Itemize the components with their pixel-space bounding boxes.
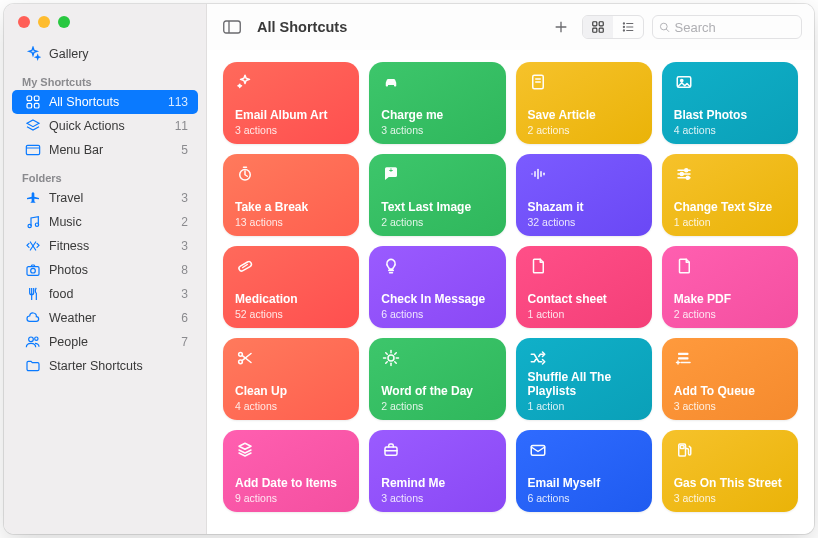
shortcut-tile-make-pdf[interactable]: Make PDF 2 actions xyxy=(662,246,798,328)
close-button[interactable] xyxy=(18,16,30,28)
list-view-button[interactable] xyxy=(613,16,643,38)
search-input[interactable] xyxy=(675,20,795,35)
sidebar-item-gallery[interactable]: Gallery xyxy=(12,42,198,66)
shortcut-tile-blast-photos[interactable]: Blast Photos 4 actions xyxy=(662,62,798,144)
sidebar-item-quick-actions[interactable]: Quick Actions 11 xyxy=(12,114,198,138)
shortcut-tile-take-a-break[interactable]: Take a Break 13 actions xyxy=(223,154,359,236)
shortcut-tile-email-album-art[interactable]: Email Album Art 3 actions xyxy=(223,62,359,144)
sidebar-item-menu-bar[interactable]: Menu Bar 5 xyxy=(12,138,198,162)
pill-icon xyxy=(235,256,255,276)
shortcut-tile-check-in-message[interactable]: Check In Message 6 actions xyxy=(369,246,505,328)
sidebar-item-label: Starter Shortcuts xyxy=(49,359,188,373)
sidebar-item-label: Weather xyxy=(49,311,181,325)
svg-rect-16 xyxy=(593,22,597,26)
shortcut-tile-remind-me[interactable]: Remind Me 3 actions xyxy=(369,430,505,512)
shortcut-tile-save-article[interactable]: Save Article 2 actions xyxy=(516,62,652,144)
svg-rect-3 xyxy=(34,103,39,108)
sidebar-item-label: Quick Actions xyxy=(49,119,175,133)
shortcut-tile-text-last-image[interactable]: + Text Last Image 2 actions xyxy=(369,154,505,236)
svg-point-24 xyxy=(623,30,624,31)
window-controls xyxy=(4,4,206,38)
shortcut-subtitle: 3 actions xyxy=(674,492,786,504)
shortcut-title: Charge me xyxy=(381,109,493,123)
sidebar-item-people[interactable]: People 7 xyxy=(12,330,198,354)
svg-point-11 xyxy=(35,337,38,340)
shortcut-subtitle: 1 action xyxy=(674,216,786,228)
shortcut-title: Check In Message xyxy=(381,293,493,307)
shortcut-title: Save Article xyxy=(528,109,640,123)
cloud-icon xyxy=(24,309,42,327)
shortcut-tile-contact-sheet[interactable]: Contact sheet 1 action xyxy=(516,246,652,328)
shortcut-tile-add-to-queue[interactable]: Add To Queue 3 actions xyxy=(662,338,798,420)
shortcut-tile-medication[interactable]: Medication 52 actions xyxy=(223,246,359,328)
sidebar-item-count: 113 xyxy=(168,95,188,109)
page-title: All Shortcuts xyxy=(257,19,540,35)
svg-line-60 xyxy=(395,353,397,355)
shortcut-tile-word-of-the-day[interactable]: Word of the Day 2 actions xyxy=(369,338,505,420)
shortcut-tile-email-myself[interactable]: Email Myself 6 actions xyxy=(516,430,652,512)
shortcut-title: Take a Break xyxy=(235,201,347,215)
svg-point-41 xyxy=(685,169,688,172)
svg-line-27 xyxy=(666,28,669,31)
svg-point-10 xyxy=(29,337,34,342)
sidebar-item-label: Photos xyxy=(49,263,181,277)
shortcut-tile-shuffle-all-the-playlists[interactable]: Shuffle All The Playlists 1 action xyxy=(516,338,652,420)
svg-point-26 xyxy=(660,23,667,30)
doc-icon xyxy=(674,256,694,276)
sidebar-item-travel[interactable]: Travel 3 xyxy=(12,186,198,210)
minimize-button[interactable] xyxy=(38,16,50,28)
svg-rect-69 xyxy=(680,446,684,449)
toggle-sidebar-button[interactable] xyxy=(219,16,245,38)
plane-icon xyxy=(24,189,42,207)
shuffle-icon xyxy=(528,348,548,368)
sidebar-item-label: Fitness xyxy=(49,239,181,253)
chat-icon: + xyxy=(381,164,401,184)
shortcut-tile-add-date-to-items[interactable]: Add Date to Items 9 actions xyxy=(223,430,359,512)
svg-rect-12 xyxy=(224,21,241,33)
sidebar-item-count: 11 xyxy=(175,119,188,133)
sidebar-item-weather[interactable]: Weather 6 xyxy=(12,306,198,330)
shortcut-tile-change-text-size[interactable]: Change Text Size 1 action xyxy=(662,154,798,236)
shortcut-subtitle: 52 actions xyxy=(235,308,347,320)
sidebar-item-fitness[interactable]: Fitness 3 xyxy=(12,234,198,258)
shortcut-title: Add To Queue xyxy=(674,385,786,399)
sidebar-item-music[interactable]: Music 2 xyxy=(12,210,198,234)
add-shortcut-button[interactable] xyxy=(548,16,574,38)
svg-point-6 xyxy=(28,224,31,227)
grid-icon xyxy=(24,93,42,111)
zoom-button[interactable] xyxy=(58,16,70,28)
timer-icon xyxy=(235,164,255,184)
sidebar-item-food[interactable]: food 3 xyxy=(12,282,198,306)
shortcut-title: Email Myself xyxy=(528,477,640,491)
svg-text:+: + xyxy=(389,167,393,174)
sidebar-item-starter-shortcuts[interactable]: Starter Shortcuts xyxy=(12,354,198,378)
sidebar-item-label: All Shortcuts xyxy=(49,95,168,109)
shortcut-title: Text Last Image xyxy=(381,201,493,215)
grid-view-button[interactable] xyxy=(583,16,613,38)
shortcut-tile-charge-me[interactable]: Charge me 3 actions xyxy=(369,62,505,144)
sound-icon xyxy=(528,164,548,184)
svg-point-32 xyxy=(680,79,682,81)
app-window: Gallery My Shortcuts All Shortcuts 113 Q… xyxy=(4,4,814,534)
section-header-my-shortcuts: My Shortcuts xyxy=(4,66,206,90)
svg-rect-67 xyxy=(531,446,545,456)
shortcut-subtitle: 13 actions xyxy=(235,216,347,228)
sidebar-item-count: 8 xyxy=(181,263,188,277)
shortcut-subtitle: 9 actions xyxy=(235,492,347,504)
sidebar-item-count: 6 xyxy=(181,311,188,325)
shortcut-tile-shazam-it[interactable]: Shazam it 32 actions xyxy=(516,154,652,236)
camera-icon xyxy=(24,261,42,279)
shortcut-subtitle: 4 actions xyxy=(674,124,786,136)
shortcut-title: Change Text Size xyxy=(674,201,786,215)
sidebar-item-photos[interactable]: Photos 8 xyxy=(12,258,198,282)
sidebar-item-all-shortcuts[interactable]: All Shortcuts 113 xyxy=(12,90,198,114)
sidebar-item-count: 7 xyxy=(181,335,188,349)
shortcut-title: Remind Me xyxy=(381,477,493,491)
svg-point-9 xyxy=(31,268,36,273)
search-field[interactable] xyxy=(652,15,802,39)
fitness-icon xyxy=(24,237,42,255)
queue-icon xyxy=(674,348,694,368)
shortcut-tile-gas-on-this-street[interactable]: Gas On This Street 3 actions xyxy=(662,430,798,512)
shortcut-tile-clean-up[interactable]: Clean Up 4 actions xyxy=(223,338,359,420)
view-mode-segmented[interactable] xyxy=(582,15,644,39)
